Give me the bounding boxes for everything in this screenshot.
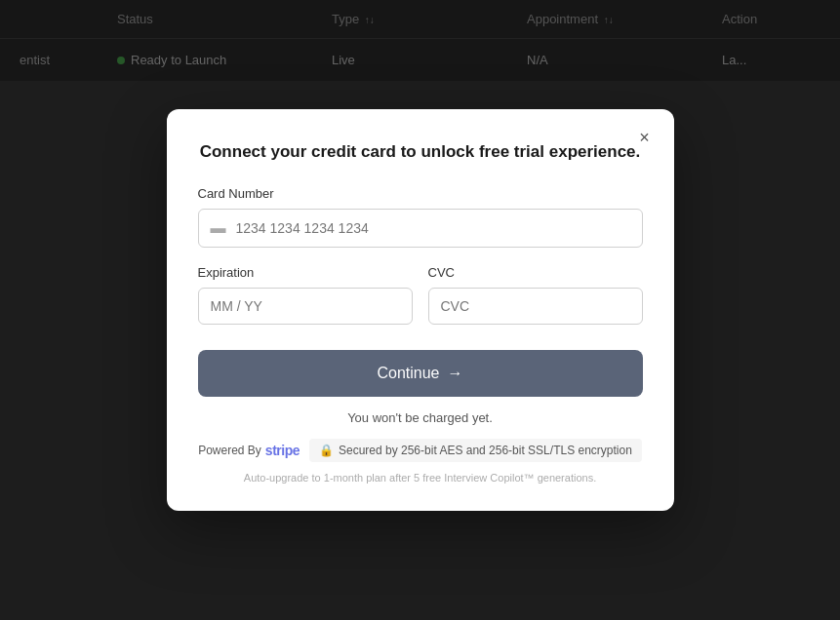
expiration-label: Expiration <box>198 265 413 280</box>
continue-button[interactable]: Continue → <box>198 350 643 397</box>
no-charge-text: You won't be charged yet. <box>198 410 643 425</box>
expiration-field: Expiration <box>198 265 413 325</box>
auto-upgrade-text: Auto-upgrade to 1-month plan after 5 fre… <box>198 472 643 484</box>
cvc-input[interactable] <box>428 288 643 325</box>
cvc-label: CVC <box>428 265 643 280</box>
security-text: Secured by 256-bit AES and 256-bit SSL/T… <box>339 444 632 457</box>
arrow-icon: → <box>448 365 463 382</box>
modal-overlay: × Connect your credit card to unlock fre… <box>0 0 840 620</box>
lock-icon: 🔒 <box>319 444 334 457</box>
card-icon: ▬ <box>211 219 226 237</box>
close-button[interactable]: × <box>631 125 659 152</box>
modal-title: Connect your credit card to unlock free … <box>198 140 643 164</box>
card-number-field: Card Number ▬ <box>198 186 643 248</box>
powered-by: Powered By stripe <box>198 443 300 458</box>
cvc-field: CVC <box>428 265 643 325</box>
stripe-logo: stripe <box>265 443 300 458</box>
expiry-cvc-row: Expiration CVC <box>198 265 643 342</box>
powered-by-label: Powered By <box>198 444 261 457</box>
credit-card-modal: × Connect your credit card to unlock fre… <box>167 109 674 512</box>
security-badge: 🔒 Secured by 256-bit AES and 256-bit SSL… <box>309 439 642 462</box>
footer-row: Powered By stripe 🔒 Secured by 256-bit A… <box>198 439 643 462</box>
expiration-input[interactable] <box>198 288 413 325</box>
card-number-label: Card Number <box>198 186 643 201</box>
card-number-input[interactable] <box>236 220 630 236</box>
card-number-wrapper[interactable]: ▬ <box>198 209 643 248</box>
